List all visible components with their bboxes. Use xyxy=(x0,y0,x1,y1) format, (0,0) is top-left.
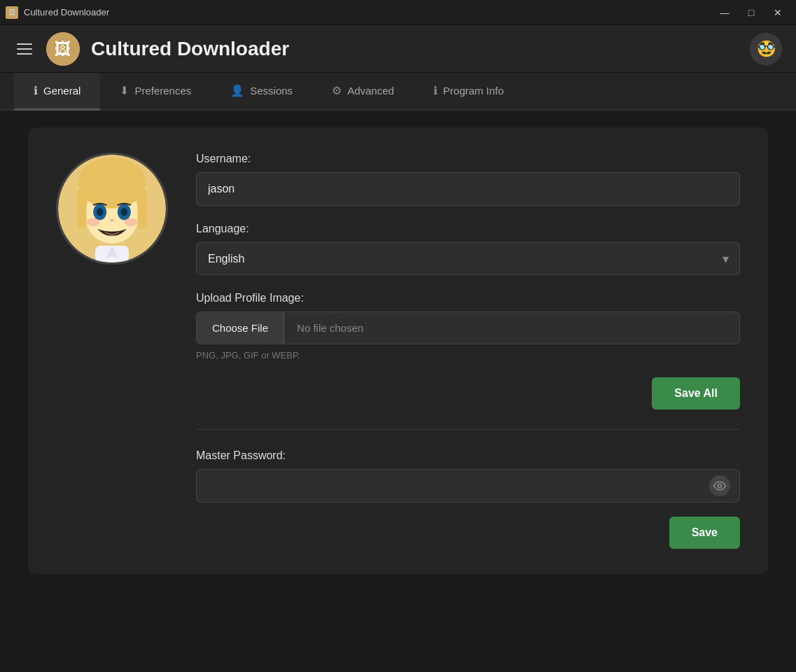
tab-general-label: General xyxy=(43,85,81,97)
toggle-password-icon[interactable] xyxy=(709,475,730,496)
titlebar-left: 🖼 Cultured Downloader xyxy=(6,6,109,19)
tab-general[interactable]: ℹ General xyxy=(14,73,100,111)
app-header: 🖼 Cultured Downloader 🥸 xyxy=(0,25,796,73)
language-label: Language: xyxy=(196,223,740,235)
svg-point-13 xyxy=(121,208,128,216)
maximize-button[interactable]: □ xyxy=(739,3,764,22)
svg-text:🖼: 🖼 xyxy=(55,39,71,58)
svg-point-14 xyxy=(86,218,99,226)
settings-card: Username: Language: English Japanese Chi… xyxy=(28,127,768,574)
tab-preferences-label: Preferences xyxy=(134,85,191,97)
svg-rect-8 xyxy=(77,188,86,229)
tab-advanced-label: Advanced xyxy=(347,85,394,97)
password-label: Master Password: xyxy=(196,449,740,462)
choose-file-button[interactable]: Choose File xyxy=(197,312,284,344)
language-select[interactable]: English Japanese Chinese Korean Spanish xyxy=(196,242,740,275)
header-left: 🖼 Cultured Downloader xyxy=(14,32,289,66)
save-password-button[interactable]: Save xyxy=(669,517,740,549)
svg-point-7 xyxy=(78,158,146,209)
preferences-icon: ⬇ xyxy=(120,84,129,97)
tab-program-info[interactable]: ℹ Program Info xyxy=(414,73,524,111)
svg-rect-9 xyxy=(138,188,147,229)
form-section: Username: Language: English Japanese Chi… xyxy=(196,153,740,549)
app-icon: 🖼 xyxy=(6,6,18,19)
sessions-icon: 👤 xyxy=(230,84,244,97)
titlebar-controls: — □ ✕ xyxy=(712,3,790,22)
tab-advanced[interactable]: ⚙ Advanced xyxy=(312,73,414,111)
no-file-text: No file chosen xyxy=(284,312,376,344)
svg-point-15 xyxy=(124,218,137,226)
header-avatar[interactable]: 🥸 xyxy=(750,33,782,65)
hamburger-menu[interactable] xyxy=(14,41,35,57)
advanced-icon: ⚙ xyxy=(332,84,342,97)
tab-preferences[interactable]: ⬇ Preferences xyxy=(100,73,211,111)
titlebar: 🖼 Cultured Downloader — □ ✕ xyxy=(0,0,796,25)
tab-sessions-label: Sessions xyxy=(250,85,293,97)
tab-bar: ℹ General ⬇ Preferences 👤 Sessions ⚙ Adv… xyxy=(0,73,796,111)
save-password-wrapper: Save xyxy=(196,517,740,549)
password-input-wrapper xyxy=(196,469,740,503)
section-divider xyxy=(196,429,740,430)
profile-avatar xyxy=(56,153,168,265)
tab-sessions[interactable]: 👤 Sessions xyxy=(211,73,312,111)
minimize-button[interactable]: — xyxy=(712,3,737,22)
password-input[interactable] xyxy=(196,469,740,503)
app-title: Cultured Downloader xyxy=(24,7,109,18)
avatar-section xyxy=(56,153,168,549)
svg-point-12 xyxy=(97,208,104,216)
svg-text:🥸: 🥸 xyxy=(757,39,776,58)
password-group: Master Password: xyxy=(196,449,740,503)
language-group: Language: English Japanese Chinese Korea… xyxy=(196,223,740,275)
program-info-icon: ℹ xyxy=(433,84,438,97)
header-title: Cultured Downloader xyxy=(91,38,289,60)
file-input-wrapper: Choose File No file chosen xyxy=(196,312,740,344)
save-all-button[interactable]: Save All xyxy=(652,377,740,410)
upload-group: Upload Profile Image: Choose File No fil… xyxy=(196,292,740,360)
svg-point-17 xyxy=(718,484,722,488)
username-label: Username: xyxy=(196,153,740,165)
username-group: Username: xyxy=(196,153,740,206)
close-button[interactable]: ✕ xyxy=(765,3,790,22)
file-hint: PNG, JPG, GIF or WEBP. xyxy=(196,350,740,360)
language-select-wrapper: English Japanese Chinese Korean Spanish … xyxy=(196,242,740,275)
save-all-wrapper: Save All xyxy=(196,377,740,410)
upload-label: Upload Profile Image: xyxy=(196,292,740,304)
header-logo: 🖼 xyxy=(46,32,80,66)
general-icon: ℹ xyxy=(34,84,38,97)
tab-program-info-label: Program Info xyxy=(443,85,504,97)
main-content: Username: Language: English Japanese Chi… xyxy=(0,111,796,591)
username-input[interactable] xyxy=(196,172,740,206)
